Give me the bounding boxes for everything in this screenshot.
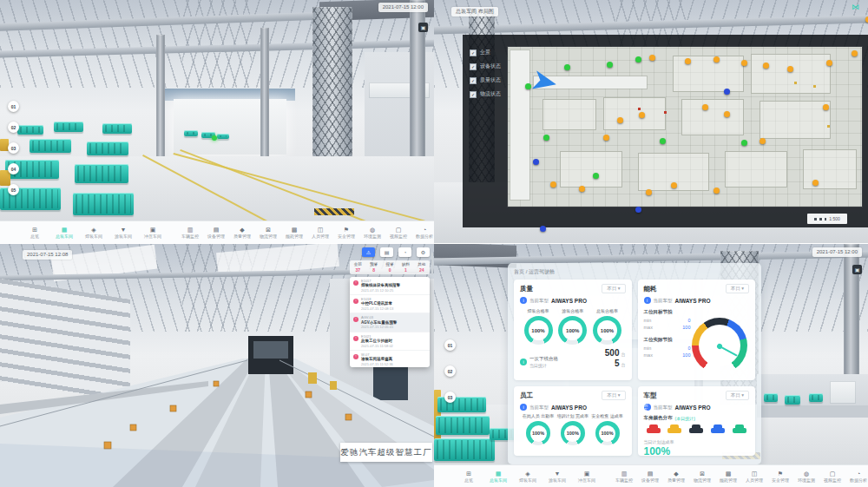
status-dot[interactable] — [635, 56, 641, 63]
status-dot[interactable] — [540, 226, 546, 232]
toolbar-item[interactable]: ◍ 环境监测 — [364, 227, 381, 239]
toolbar-item[interactable]: ⊞ 总览 — [26, 227, 43, 239]
alarm-category[interactable]: 全部 37 — [350, 260, 365, 274]
car-color-icon[interactable] — [711, 428, 725, 433]
alarm-item[interactable]: ! E1021 总装工位节拍超时 2021-07-15 11:58:02 — [350, 332, 430, 351]
alarm-category[interactable]: 报警 0 — [382, 260, 398, 274]
status-dot[interactable] — [826, 60, 832, 66]
toolbar-item[interactable]: ⊠ 物流管理 — [260, 227, 277, 239]
status-dot[interactable] — [525, 83, 531, 89]
status-dot[interactable] — [741, 140, 747, 146]
toolbar-item[interactable]: ▢ 视频监控 — [824, 471, 841, 483]
status-dot[interactable] — [564, 64, 570, 70]
layer-toggle[interactable]: 设备状态 — [470, 63, 501, 70]
station-marker[interactable]: 03 — [444, 392, 456, 403]
toolbar-item[interactable]: ▩ 能耗管理 — [720, 471, 737, 483]
alarm-category[interactable]: 其他 24 — [414, 260, 430, 274]
checkbox-icon[interactable] — [470, 77, 477, 84]
toolbar-item[interactable]: ⚑ 安全管理 — [772, 471, 789, 483]
status-dot[interactable] — [812, 180, 819, 186]
car-color-icon[interactable] — [689, 428, 703, 433]
checkbox-icon[interactable] — [470, 49, 477, 56]
alarm-item[interactable]: ! E1018 中控PLC通讯异常 2021-07-15 12:08:13 — [350, 295, 430, 313]
factory-map[interactable] — [508, 47, 862, 207]
status-dot[interactable] — [685, 58, 691, 64]
car-color-icon[interactable] — [733, 428, 746, 433]
status-dot[interactable] — [543, 135, 549, 141]
alarm-item[interactable]: ! AGV-03 AGV小车电量低预警 2021-07-15 12:05:41 — [350, 313, 430, 332]
status-dot[interactable] — [724, 89, 730, 95]
toolbar-item[interactable]: ◈ 焊装车间 — [519, 471, 536, 483]
period-select[interactable]: 本日 ▾ — [602, 391, 625, 400]
toolbar-item[interactable]: ▦ 总装车间 — [490, 471, 507, 483]
status-dot[interactable] — [607, 62, 613, 68]
alarm-item[interactable]: ! E1017 焊装线体设备离线报警 2021-07-15 12:10:25 — [350, 277, 430, 295]
station-marker[interactable]: 01 — [8, 101, 19, 112]
alarm-tab-button[interactable]: ⚠ — [362, 247, 375, 257]
status-dot[interactable] — [741, 60, 747, 66]
toolbar-item[interactable]: ⊠ 物流管理 — [694, 471, 711, 483]
status-dot[interactable] — [713, 188, 720, 194]
checkbox-icon[interactable] — [470, 63, 477, 70]
layer-toggle[interactable]: 质量状态 — [470, 76, 501, 84]
car-color-icon[interactable] — [647, 428, 661, 433]
station-marker[interactable]: 03 — [8, 142, 19, 154]
toolbar-item[interactable]: ▣ 冲压车间 — [144, 227, 161, 239]
toolbar-item[interactable]: ⊞ 总览 — [460, 471, 477, 483]
toolbar-item[interactable]: ⚑ 安全管理 — [338, 227, 355, 239]
status-dot[interactable] — [660, 138, 666, 144]
agv-arrow-icon[interactable] — [532, 70, 559, 95]
expand-button[interactable]: ▣ — [852, 265, 862, 274]
toolbar-item[interactable]: ▼ 涂装车间 — [549, 471, 566, 483]
status-dot[interactable] — [713, 56, 720, 63]
toolbar-item[interactable]: ▣ 冲压车间 — [578, 471, 595, 483]
toolbar-item[interactable]: ▦ 总装车间 — [56, 227, 73, 239]
status-dot[interactable] — [635, 207, 641, 213]
status-dot[interactable] — [550, 181, 556, 188]
period-select[interactable]: 本日 ▾ — [602, 284, 625, 293]
toolbar-item[interactable]: ◫ 人员管理 — [746, 471, 763, 483]
alarm-tab-button[interactable]: ▤ — [380, 247, 393, 257]
status-dot[interactable] — [760, 138, 766, 144]
status-dot[interactable] — [649, 55, 655, 61]
alarm-scrollbar[interactable] — [431, 253, 433, 275]
toolbar-item[interactable]: ◆ 质量管理 — [233, 227, 251, 239]
alarm-tab-button[interactable]: ◔ — [398, 247, 411, 257]
station-marker[interactable]: 04 — [8, 163, 19, 174]
toolbar-item[interactable]: ◔ 数据分析 — [416, 227, 433, 239]
toolbar-item[interactable]: ◔ 数据分析 — [850, 471, 867, 483]
checkbox-icon[interactable] — [470, 91, 477, 98]
status-dot[interactable] — [533, 159, 539, 165]
alarm-category[interactable]: 缺料 1 — [398, 260, 413, 274]
period-select[interactable]: 本日 ▾ — [726, 391, 749, 400]
status-dot[interactable] — [603, 135, 609, 141]
status-dot[interactable] — [579, 186, 585, 192]
toolbar-item[interactable]: ◍ 环境监测 — [798, 471, 815, 483]
toolbar-item[interactable]: ▢ 视频监控 — [390, 227, 407, 239]
toolbar-item[interactable]: ▩ 能耗管理 — [286, 227, 303, 239]
station-marker[interactable]: 01 — [444, 339, 456, 351]
toolbar-item[interactable]: ◫ 人员管理 — [312, 227, 329, 239]
layer-toggle[interactable]: 物流状态 — [470, 90, 501, 98]
toolbar-item[interactable]: ◆ 质量管理 — [667, 471, 685, 483]
status-dot[interactable] — [852, 50, 858, 56]
station-marker[interactable]: 02 — [8, 122, 19, 133]
toolbar-item[interactable]: ◈ 焊装车间 — [85, 227, 102, 239]
toolbar-item[interactable]: ▤ 设备管理 — [207, 227, 225, 239]
station-marker[interactable]: 02 — [444, 365, 456, 377]
station-marker[interactable]: 05 — [8, 184, 19, 195]
car-color-icon[interactable] — [667, 428, 681, 433]
layer-toggle[interactable]: 全景 — [470, 49, 501, 56]
status-dot[interactable] — [646, 189, 652, 195]
status-dot[interactable] — [724, 111, 730, 117]
alarm-category[interactable]: 预警 8 — [365, 260, 381, 274]
max-value: 100 — [682, 325, 690, 330]
expand-button[interactable]: ▣ — [418, 23, 428, 32]
toolbar-item[interactable]: ▤ 设备管理 — [641, 471, 659, 483]
toolbar-item[interactable]: ▥ 车辆监控 — [181, 227, 199, 239]
toolbar-item[interactable]: ▥ 车辆监控 — [615, 471, 633, 483]
period-select[interactable]: 本日 ▾ — [726, 284, 749, 293]
alarm-tab-button[interactable]: ⚙ — [417, 247, 430, 257]
alarm-item[interactable]: ! W-07 涂装车间温度偏高 2021-07-15 11:52:36 — [350, 351, 430, 367]
toolbar-item[interactable]: ▼ 涂装车间 — [115, 227, 132, 239]
